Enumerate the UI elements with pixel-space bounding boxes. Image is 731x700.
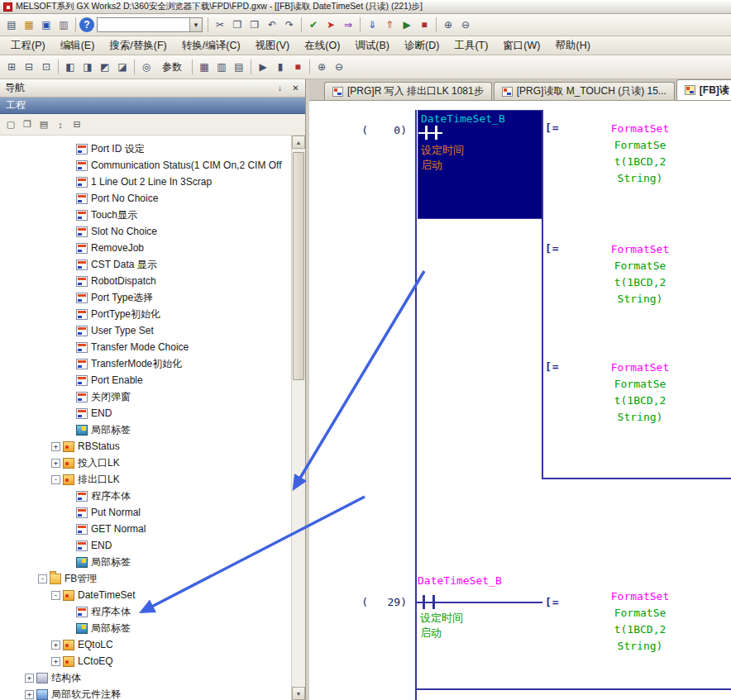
tree-item[interactable]: + LCtoEQ [0, 653, 291, 669]
menu-item[interactable]: 诊断(D) [397, 36, 447, 55]
redo-icon[interactable]: ↷ [281, 17, 298, 33]
data-security-icon[interactable]: ▤ [36, 117, 51, 132]
tree-expander[interactable]: + [51, 657, 60, 666]
save-project-icon[interactable]: ▣ [38, 17, 55, 33]
document-tab[interactable]: [FB]读 [676, 79, 731, 100]
nav-scrollbar[interactable]: ▲ ▼ [291, 136, 305, 700]
paste-icon[interactable]: ❒ [246, 17, 263, 33]
comparison-output[interactable]: [= FormatSet FormatSe t(1BCD,2 String) [542, 360, 707, 431]
tree-expander[interactable]: - [51, 475, 60, 484]
tree-item[interactable]: PortType初始化 [0, 306, 291, 322]
read-mode-icon[interactable]: ◨ [79, 59, 96, 75]
comparison-output[interactable]: [= FormatSet FormatSe t(1BCD,2 String) [542, 241, 707, 312]
tree-item[interactable]: User Type Set [0, 322, 291, 339]
tree-item[interactable]: Slot No Choice [0, 223, 291, 240]
tree-item[interactable]: 局部标签 [0, 620, 291, 636]
contact-symbol[interactable] [423, 595, 425, 609]
tree-expander[interactable]: + [51, 442, 60, 451]
tree-item[interactable]: - FB管理 [0, 570, 291, 587]
monitor-stop-icon[interactable]: ■ [416, 17, 432, 33]
new-project-icon[interactable]: ▤ [3, 17, 20, 33]
tree-item[interactable]: + 局部软元件注释 [0, 686, 291, 700]
cross-reference-icon[interactable]: ◎ [138, 59, 155, 75]
parameter-toolbar-label[interactable]: 参数 [155, 60, 189, 74]
tree-item[interactable]: Port Type选择 [0, 289, 291, 306]
tree-item[interactable]: + EQtoLC [0, 636, 291, 653]
close-icon[interactable]: ✕ [289, 82, 302, 94]
tree-item[interactable]: Port No Choice [0, 190, 291, 207]
monitor-start-icon[interactable]: ▶ [399, 17, 415, 33]
write-to-plc-icon[interactable]: ⇓ [364, 17, 380, 33]
document-tab[interactable]: [PRG]R 写入 排出口LK 1081步 [324, 82, 492, 100]
program-check-icon[interactable]: ✔ [305, 17, 322, 33]
help-icon[interactable]: ? [79, 17, 94, 32]
collapse-all-icon[interactable]: ⊟ [69, 117, 84, 132]
zoom-in-icon[interactable]: ⊕ [440, 17, 456, 33]
sort-icon[interactable]: ↕ [53, 117, 68, 132]
tree-item[interactable]: RemoveJob [0, 240, 291, 256]
tree-item[interactable]: 程序本体 [0, 488, 291, 504]
tree-item[interactable]: GET Normal [0, 521, 291, 537]
copy-data-icon[interactable]: ❐ [20, 117, 35, 132]
menu-item[interactable]: 帮助(H) [547, 36, 597, 55]
ladder-edit-mode-icon[interactable]: ◧ [62, 59, 79, 75]
tree-item[interactable]: TransferMode初始化 [0, 355, 291, 372]
convert-all-icon[interactable]: ⇒ [340, 17, 356, 33]
tree-item[interactable]: + 投入口LK [0, 455, 291, 471]
menu-item[interactable]: 工程(P) [3, 36, 53, 55]
tree-item[interactable]: + 结构体 [0, 669, 291, 686]
tree-expander[interactable]: - [38, 574, 47, 583]
contact-symbol[interactable] [432, 595, 435, 609]
device-batch-monitor-icon[interactable]: ▥ [213, 59, 230, 75]
zoom-in-icon[interactable]: ⊕ [313, 59, 330, 75]
dock-function-block-icon[interactable]: ⊟ [21, 59, 37, 75]
tree-item[interactable]: END [0, 405, 291, 421]
dock-navigation-icon[interactable]: ⊞ [3, 59, 20, 75]
tree-item[interactable]: 1 Line Out 2 Line In 3Scrap [0, 174, 291, 190]
tree-item[interactable]: - 排出口LK [0, 471, 291, 488]
cut-icon[interactable]: ✂ [212, 17, 228, 33]
tree-item[interactable]: RobotDispatch [0, 273, 291, 289]
tree-expander[interactable]: - [51, 591, 60, 600]
menu-item[interactable]: 编辑(E) [53, 36, 103, 55]
menu-item[interactable]: 在线(O) [297, 36, 347, 55]
comparison-output[interactable]: [= FormatSet FormatSe t(1BCD,2 String) [542, 588, 707, 660]
tree-item[interactable]: + RBStatus [0, 438, 291, 455]
convert-icon[interactable]: ➤ [322, 17, 339, 33]
comparison-output[interactable]: [= FormatSet FormatSe t(1BCD,2 String) [542, 121, 707, 192]
tree-item[interactable]: END [0, 537, 291, 554]
toolbar-combobox[interactable]: ▾ [97, 17, 203, 32]
scroll-up-button[interactable]: ▲ [292, 136, 305, 149]
tree-item[interactable]: CST Data 显示 [0, 256, 291, 273]
chevron-down-icon[interactable]: ▾ [189, 18, 202, 31]
tree-expander[interactable]: + [51, 459, 60, 468]
tree-item[interactable]: 局部标签 [0, 421, 291, 438]
tree-item[interactable]: Port ID 设定 [0, 140, 291, 157]
tree-item[interactable]: Put Normal [0, 504, 291, 521]
zoom-out-icon[interactable]: ⊖ [457, 17, 474, 33]
scroll-down-button[interactable]: ▼ [292, 687, 305, 700]
menu-item[interactable]: 转换/编译(C) [174, 36, 248, 55]
monitor-stop-icon[interactable]: ■ [289, 59, 306, 75]
tree-expander[interactable]: + [51, 640, 60, 650]
ladder-editor[interactable]: ( 0) DateTimeSet_B 设定时间 启动 [= FormatSet … [309, 101, 731, 700]
tree-item[interactable]: - DateTimeSet [0, 587, 291, 603]
tree-item[interactable]: Transfer Mode Choice [0, 339, 291, 355]
menu-item[interactable]: 工具(T) [447, 36, 495, 55]
print-icon[interactable]: ▥ [55, 17, 72, 33]
comment-display-icon[interactable]: ◪ [114, 59, 131, 75]
tree-item[interactable]: Communication Status(1 CIM On,2 CIM Off [0, 157, 291, 174]
menu-item[interactable]: 搜索/替换(F) [102, 36, 174, 55]
monitor-write-mode-icon[interactable]: ▮ [272, 59, 289, 75]
tree-expander[interactable]: + [25, 674, 34, 683]
monitor-mode-icon[interactable]: ▶ [255, 59, 271, 75]
intelligent-module-monitor-icon[interactable]: ▤ [231, 59, 247, 75]
tree-expander[interactable]: + [25, 690, 34, 699]
data-new-icon[interactable]: ▢ [3, 117, 18, 132]
tree-item[interactable]: 程序本体 [0, 603, 291, 620]
menu-item[interactable]: 窗口(W) [495, 36, 547, 55]
scrollbar-track[interactable] [292, 149, 305, 687]
write-mode-icon[interactable]: ◩ [97, 59, 113, 75]
dock-output-window-icon[interactable]: ⊡ [38, 59, 55, 75]
device-display-icon[interactable]: ▦ [196, 59, 213, 75]
